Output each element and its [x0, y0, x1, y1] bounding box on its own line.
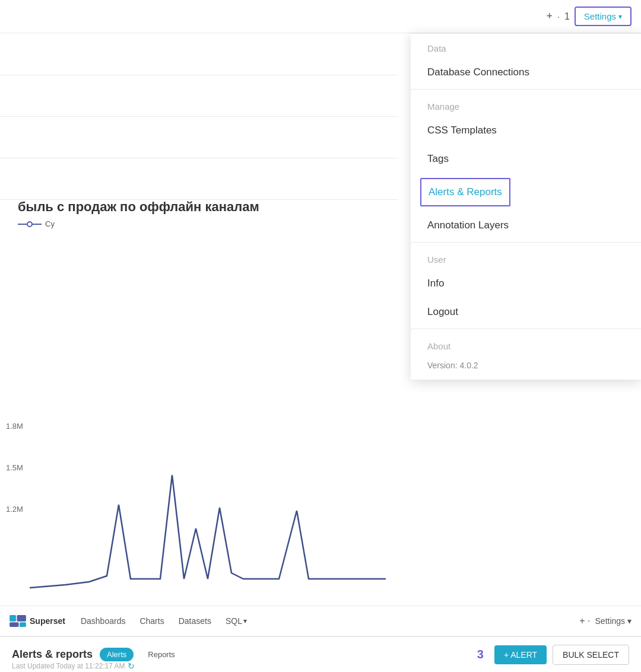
brand-name-label: Superset	[30, 616, 65, 626]
divider-2	[411, 242, 641, 243]
refresh-icon[interactable]: ↻	[128, 661, 135, 671]
svg-rect-1	[17, 615, 26, 622]
settings-small-label: Settings ▾	[595, 616, 632, 626]
bulk-select-button[interactable]: BULK SELECT	[553, 645, 629, 665]
footer-bar: Alerts & reports Alerts Reports Last Upd…	[0, 636, 641, 672]
tags-item[interactable]: Tags	[411, 145, 641, 173]
settings-button[interactable]: Settings ▾	[575, 7, 632, 26]
logout-item[interactable]: Logout	[411, 298, 641, 326]
nav-add-icon[interactable]: + ·	[579, 616, 590, 626]
user-section-header: User	[411, 245, 641, 269]
alerts-reports-item[interactable]: Alerts & Reports	[420, 178, 510, 206]
css-templates-item[interactable]: CSS Templates	[411, 116, 641, 145]
settings-label: Settings	[584, 11, 616, 21]
reports-tab[interactable]: Reports	[141, 648, 182, 661]
chart-area: быль с продаж по оффлайн каналам Су 1.8M…	[0, 33, 398, 606]
grid-line	[0, 199, 398, 200]
legend-circle-icon	[27, 221, 33, 227]
y-label-3: 1.2M	[6, 505, 23, 514]
info-item[interactable]: Info	[411, 269, 641, 298]
navbar-right: + · 1 Settings ▾	[546, 7, 632, 26]
chart-svg	[30, 469, 386, 600]
y-label-1: 1.8M	[6, 422, 23, 431]
y-label-2: 1.5M	[6, 463, 23, 472]
divider-1	[411, 89, 641, 90]
page-title-section: Alerts & reports Alerts Reports	[12, 648, 182, 661]
nav-sql[interactable]: SQL ▾	[220, 613, 253, 629]
footer-right: 3 + ALERT BULK SELECT	[477, 645, 629, 665]
svg-rect-3	[20, 622, 26, 627]
settings-dropdown: Data Database Connections Manage CSS Tem…	[411, 33, 641, 380]
alerts-reports-container: Alerts & Reports 2	[411, 176, 641, 209]
last-updated-section: Last Updated Today at 11:22:17 AM ↻	[12, 661, 135, 671]
sql-chevron-icon: ▾	[243, 617, 247, 625]
manage-section-header: Manage	[411, 92, 641, 116]
svg-rect-2	[9, 622, 18, 627]
last-updated-text: Last Updated Today at 11:22:17 AM ↻	[12, 661, 135, 671]
brand-logo: Superset	[9, 615, 65, 627]
page-title: Alerts & reports	[12, 648, 93, 661]
superset-logo-icon	[9, 615, 26, 627]
top-navbar: + · 1 Settings ▾	[0, 0, 641, 33]
bottom-navbar: Superset Dashboards Charts Datasets SQL …	[0, 606, 641, 636]
chevron-down-icon: ▾	[618, 12, 622, 21]
database-connections-item[interactable]: Database Connections	[411, 58, 641, 87]
add-alert-button[interactable]: + ALERT	[494, 645, 547, 664]
sql-label: SQL	[226, 616, 242, 626]
badge-number-3: 3	[477, 648, 484, 661]
nav-charts[interactable]: Charts	[134, 613, 170, 629]
divider-3	[411, 329, 641, 329]
main-content-area: быль с продаж по оффлайн каналам Су 1.8M…	[0, 33, 398, 606]
alerts-tab[interactable]: Alerts	[100, 648, 134, 661]
grid-line	[0, 116, 398, 117]
svg-rect-0	[9, 615, 16, 622]
nav-right-section: + · Settings ▾	[579, 616, 632, 626]
nav-datasets[interactable]: Datasets	[173, 613, 217, 629]
data-section-header: Data	[411, 34, 641, 58]
badge-number-1: 1	[564, 11, 570, 22]
grid-line	[0, 158, 398, 158]
about-section-header: About	[411, 332, 641, 356]
annotation-layers-item[interactable]: Annotation Layers	[411, 211, 641, 240]
nav-settings-small[interactable]: Settings ▾	[595, 616, 632, 626]
grid-line	[0, 75, 398, 75]
y-axis-labels: 1.8M 1.5M 1.2M	[6, 422, 23, 546]
version-text: Version: 4.0.2	[411, 356, 641, 380]
nav-dashboards[interactable]: Dashboards	[75, 613, 132, 629]
add-icon[interactable]: +	[546, 10, 553, 23]
separator-dot: ·	[557, 12, 560, 21]
